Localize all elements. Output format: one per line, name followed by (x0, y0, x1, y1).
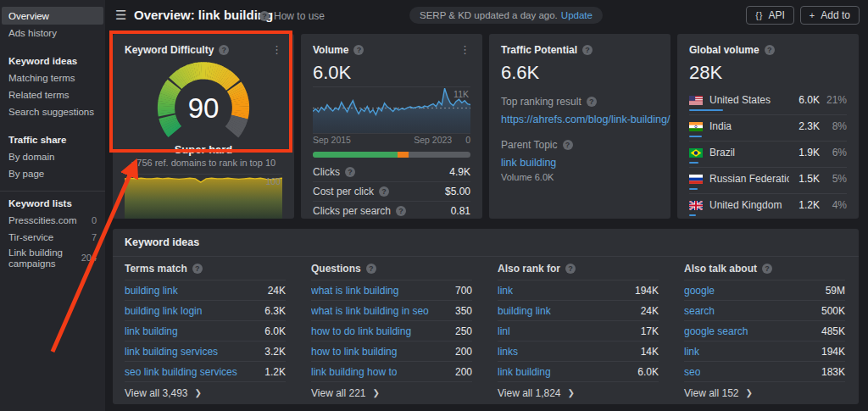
keyword-ideas-grid: Terms match?building link24Kbuilding lin… (113, 257, 859, 403)
help-icon[interactable]: ? (762, 264, 772, 274)
hamburger-menu-icon[interactable]: ☰ (115, 8, 126, 23)
keyword-volume: 194K (815, 346, 845, 358)
sidebar-item-ads-history[interactable]: Ads history (0, 25, 105, 42)
sidebar-item-matching-terms[interactable]: Matching terms (0, 69, 105, 86)
keyword-row: how to link building200 (311, 342, 472, 362)
keyword-volume: 183K (815, 366, 845, 378)
api-button[interactable]: {} API (746, 6, 794, 25)
help-icon[interactable]: ? (366, 264, 376, 274)
help-icon[interactable]: ? (565, 264, 576, 274)
help-icon[interactable]: ? (345, 167, 355, 177)
help-icon[interactable]: ? (353, 45, 364, 55)
keyword-link[interactable]: seo link building services (125, 366, 237, 378)
keyword-link[interactable]: link building (498, 366, 551, 378)
keyword-link[interactable]: building link login (125, 305, 202, 317)
country-volume-list: United States6.0K21%India2.3K8%Brazil1.9… (689, 89, 847, 219)
keyword-link[interactable]: what is link building in seo (311, 305, 429, 317)
sidebar-header-keyword-ideas: Keyword ideas (0, 53, 105, 69)
flag-in-icon (689, 122, 703, 131)
keyword-link[interactable]: how to link building (311, 346, 397, 358)
card-title: Volume (313, 44, 348, 56)
help-icon[interactable]: ? (765, 45, 775, 55)
keyword-volume: 350 (448, 305, 472, 317)
keyword-link[interactable]: link building (125, 325, 178, 337)
sidebar-item-by-page[interactable]: By page (0, 165, 105, 182)
sidebar-header-traffic-share: Traffic share (0, 131, 105, 148)
keyword-row: how to do link building250 (311, 321, 472, 342)
keyword-link[interactable]: link (684, 346, 699, 358)
country-volume: 2.3K (789, 120, 820, 132)
help-icon[interactable]: ? (379, 186, 389, 197)
top-ranking-result-label: Top ranking result (501, 96, 581, 108)
keyword-row: google59M (684, 280, 845, 301)
keyword-link[interactable]: linl (498, 325, 510, 337)
sidebar-item-list-tir-service[interactable]: Tir-service 7 (0, 229, 105, 246)
kd-gauge: 90 (125, 58, 282, 147)
keyword-link[interactable]: seo (684, 366, 700, 378)
top-ranking-url: https://ahrefs.com/blog/link-building/ (501, 114, 670, 125)
view-all-button[interactable]: View all 1,824❯ (498, 382, 659, 403)
keyword-volume: 24K (634, 305, 659, 317)
country-name: Russian Federation (709, 173, 789, 185)
list-count: 204 (81, 253, 97, 264)
view-all-button[interactable]: View all 152❯ (684, 382, 845, 403)
add-to-button[interactable]: + Add to (800, 6, 860, 25)
country-share-bar (689, 214, 696, 216)
add-to-button-label: Add to (821, 9, 850, 21)
kebab-menu-icon[interactable]: ⋮ (271, 45, 282, 55)
list-count: 0 (92, 215, 97, 225)
help-icon[interactable]: ? (396, 206, 406, 216)
keyword-link[interactable]: google (684, 285, 715, 297)
top-ranking-result-link[interactable]: https://ahrefs.com/blog/link-building/▾ (501, 114, 659, 125)
keyword-link[interactable]: search (684, 305, 715, 317)
help-icon[interactable]: ? (563, 140, 573, 150)
keyword-row: what is link building700 (311, 280, 472, 301)
sidebar-item-overview[interactable]: Overview (2, 7, 103, 25)
traffic-potential-value: 6.6K (501, 62, 659, 84)
keyword-volume: 3.2K (258, 346, 286, 358)
country-volume: 6.0K (789, 94, 820, 106)
view-all-label: View all 3,493 (125, 387, 188, 399)
keyword-link[interactable]: link building services (125, 346, 218, 358)
keyword-link[interactable]: google search (684, 325, 748, 337)
flag-us-icon (689, 96, 703, 105)
keyword-link[interactable]: link (498, 285, 513, 297)
country-name: India (709, 120, 789, 132)
keyword-link[interactable]: links (498, 346, 518, 358)
kebab-menu-icon[interactable]: ⋮ (459, 45, 470, 55)
country-percent: 8% (820, 120, 847, 132)
view-all-button[interactable]: View all 3,493❯ (125, 382, 286, 403)
country-volume: 1.5K (789, 173, 820, 185)
help-icon[interactable]: ? (587, 97, 597, 107)
view-all-button[interactable]: View all 221❯ (311, 382, 472, 403)
sidebar-item-list-presscities[interactable]: Presscities.com 0 (0, 212, 105, 229)
help-icon[interactable]: ? (219, 45, 229, 55)
sidebar-item-by-domain[interactable]: By domain (0, 148, 105, 165)
help-icon[interactable]: ? (192, 264, 203, 274)
keyword-link[interactable]: what is link building (311, 285, 398, 297)
keyword-ideas-column: Terms match?building link24Kbuilding lin… (113, 257, 299, 403)
keyword-link[interactable]: link building how to (311, 366, 397, 378)
help-icon[interactable]: ? (582, 45, 593, 55)
country-row: India2.3K8% (689, 115, 847, 142)
kd-chart-y-max-label: 100 (265, 176, 281, 186)
card-title: Global volume (689, 44, 760, 56)
sidebar-item-list-link-building-campaigns[interactable]: Link building campaigns 204 (0, 246, 105, 270)
keyword-volume: 24K (261, 285, 286, 297)
sidebar-item-related-terms[interactable]: Related terms (0, 86, 105, 103)
update-link[interactable]: Update (561, 10, 593, 20)
how-to-use-link[interactable]: ? How to use (259, 10, 325, 22)
clicks-per-search-row: Clicks per search? 0.81 (313, 201, 470, 219)
how-to-use-label: How to use (274, 10, 325, 22)
chevron-right-icon: ❯ (195, 388, 202, 397)
cost-per-click-row: Cost per click? $5.00 (313, 181, 470, 201)
keyword-link[interactable]: building link (125, 285, 178, 297)
keyword-link[interactable]: how to do link building (311, 325, 411, 337)
country-percent: 4% (820, 199, 847, 211)
country-percent: 21% (820, 94, 847, 106)
keyword-link[interactable]: building link (498, 305, 551, 317)
keyword-row: seo link building services1.2K (125, 362, 286, 382)
sidebar-item-search-suggestions[interactable]: Search suggestions (0, 103, 105, 120)
parent-topic-link[interactable]: link building (501, 157, 659, 169)
ahrefs-keyword-overview-screen: Overview Ads history Keyword ideas Match… (0, 0, 868, 411)
